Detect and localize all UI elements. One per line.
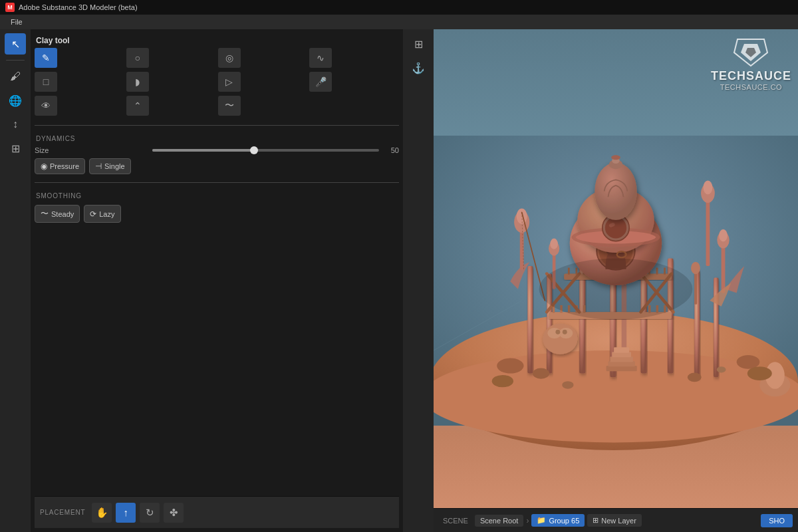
svg-point-80 — [497, 358, 523, 374]
layer-icon: ⊞ — [593, 516, 598, 525]
svg-rect-37 — [610, 356, 633, 362]
svg-point-47 — [605, 217, 626, 238]
eye-tool-btn[interactable]: 👁 — [35, 96, 57, 116]
single-icon: ⊣ — [95, 162, 102, 171]
steady-label: Steady — [51, 210, 74, 218]
logo-overlay: TECHSAUCE TECHSAUCE.CO — [711, 36, 791, 91]
size-label: Size — [35, 146, 148, 154]
logo-svg — [731, 36, 771, 69]
svg-rect-35 — [606, 366, 637, 371]
tool-grid-row3: 👁 ⌃ 〜 — [35, 96, 399, 116]
move-placement-btn[interactable]: ↑ — [116, 503, 136, 523]
svg-point-74 — [555, 330, 560, 334]
svg-point-52 — [611, 155, 620, 160]
svg-rect-11 — [714, 277, 718, 377]
svg-point-85 — [539, 259, 693, 320]
svg-rect-39 — [614, 347, 629, 352]
tool-grid-row1: ✎ ○ ◎ ∿ — [35, 48, 399, 68]
lazy-btn[interactable]: ⟳ Lazy — [84, 205, 120, 223]
pressure-btn[interactable]: ◉ Pressure — [35, 158, 85, 174]
svg-point-69 — [688, 372, 702, 382]
square-tool-btn[interactable]: □ — [35, 72, 57, 92]
select-tool-icon[interactable]: ↖ — [5, 33, 26, 55]
rotate-placement-btn[interactable]: ↻ — [140, 503, 160, 523]
size-slider-thumb[interactable] — [250, 146, 258, 154]
mic-tool-btn[interactable]: 🎤 — [309, 72, 332, 92]
svg-point-67 — [533, 368, 549, 379]
size-slider-track[interactable] — [152, 149, 379, 152]
breadcrumb-group65[interactable]: 📁 Group 65 — [531, 514, 585, 527]
svg-point-66 — [691, 262, 700, 274]
svg-point-61 — [719, 229, 728, 241]
right-tool-panel: ⊞ ⚓ — [403, 29, 434, 532]
scene-root-label: Scene Root — [480, 517, 518, 525]
separator — [6, 60, 25, 61]
statusbar: SCENE Scene Root › 📁 Group 65 ⊞ New Laye… — [434, 508, 798, 532]
active-tool-label: Clay tool — [35, 33, 399, 48]
layers-icon[interactable]: ⊞ — [5, 138, 26, 159]
svg-rect-59 — [722, 243, 726, 293]
wave-tool-btn[interactable]: 〜 — [218, 96, 241, 116]
left-properties-panel: Clay tool ✎ ○ ◎ ∿ □ ◗ ▷ 🎤 👁 ⌃ 〜 DYNAMICS… — [31, 29, 403, 532]
smoothing-btn-row: 〜 Steady ⟳ Lazy — [35, 205, 399, 223]
svg-point-70 — [717, 366, 726, 372]
smoothing-label: SMOOTHING — [35, 188, 399, 202]
lazy-label: Lazy — [99, 210, 114, 218]
pin-placement-btn[interactable]: ✤ — [164, 503, 184, 523]
folder-icon: 📁 — [537, 516, 546, 525]
left-tool-sidebar: ↖ 🖌 🌐 ↕ ⊞ — [0, 29, 31, 532]
tool-grid-row2: □ ◗ ▷ 🎤 — [35, 72, 399, 92]
svg-rect-36 — [608, 361, 634, 366]
size-slider-fill — [152, 149, 255, 152]
sho-button[interactable]: SHO — [761, 514, 793, 527]
svg-point-82 — [492, 375, 513, 387]
steady-btn[interactable]: 〜 Steady — [35, 205, 80, 223]
clay-tool-btn[interactable]: ✎ — [35, 48, 57, 68]
breadcrumb-scene-root[interactable]: Scene Root — [475, 515, 523, 527]
file-menu[interactable]: File — [5, 17, 28, 27]
svg-point-68 — [562, 381, 573, 389]
breadcrumb-arrow1: › — [526, 516, 529, 525]
svg-rect-38 — [612, 352, 631, 357]
target-tool-btn[interactable]: ◎ — [218, 48, 241, 68]
paint-bucket-icon[interactable]: 🖌 — [5, 66, 26, 87]
breadcrumb-new-layer[interactable]: ⊞ New Layer — [587, 514, 642, 527]
sphere-tool-btn[interactable]: ○ — [126, 48, 149, 68]
lazy-icon: ⟳ — [90, 209, 96, 219]
divider1 — [35, 125, 399, 126]
placement-label: PLACEMENT — [40, 509, 85, 516]
svg-rect-56 — [706, 197, 710, 266]
dynamics-label: DYNAMICS — [35, 131, 399, 145]
single-label: Single — [104, 162, 125, 170]
pressure-label: Pressure — [50, 162, 79, 170]
grid-right-icon[interactable]: ⊞ — [408, 33, 429, 55]
globe-icon[interactable]: 🌐 — [5, 90, 26, 111]
logo-subtext: TECHSAUCE.CO — [720, 83, 782, 91]
title-bar: M Adobe Substance 3D Modeler (beta) — [0, 0, 798, 15]
loop-tool-btn[interactable]: ◗ — [126, 72, 149, 92]
arrow-up-down-icon[interactable]: ↕ — [5, 114, 26, 135]
pressure-icon: ◉ — [41, 162, 47, 171]
new-layer-label: New Layer — [601, 517, 636, 525]
menu-bar: File — [0, 15, 798, 29]
triangle-tool-btn[interactable]: ▷ — [218, 72, 241, 92]
svg-point-81 — [737, 355, 760, 369]
svg-point-64 — [550, 239, 558, 249]
caret-tool-btn[interactable]: ⌃ — [126, 96, 149, 116]
svg-point-49 — [595, 162, 636, 220]
pressure-single-row: ◉ Pressure ⊣ Single — [35, 158, 399, 174]
viewport[interactable]: TECHSAUCE TECHSAUCE.CO SCENE Scene Root … — [434, 29, 798, 532]
brush-tool-btn[interactable]: ∿ — [309, 48, 332, 68]
hand-placement-btn[interactable]: ✋ — [92, 503, 112, 523]
anchor-right-icon[interactable]: ⚓ — [408, 57, 429, 78]
size-value: 50 — [383, 146, 399, 154]
svg-point-58 — [704, 180, 713, 194]
logo-text: TECHSAUCE — [711, 69, 791, 83]
steady-icon: 〜 — [41, 208, 49, 219]
single-btn[interactable]: ⊣ Single — [89, 158, 131, 174]
svg-point-75 — [563, 330, 567, 334]
size-slider-row: Size 50 — [35, 145, 399, 156]
group65-label: Group 65 — [549, 517, 579, 525]
app-icon: M — [5, 3, 15, 12]
main-layout: ↖ 🖌 🌐 ↕ ⊞ Clay tool ✎ ○ ◎ ∿ □ ◗ ▷ 🎤 👁 ⌃ … — [0, 29, 798, 532]
